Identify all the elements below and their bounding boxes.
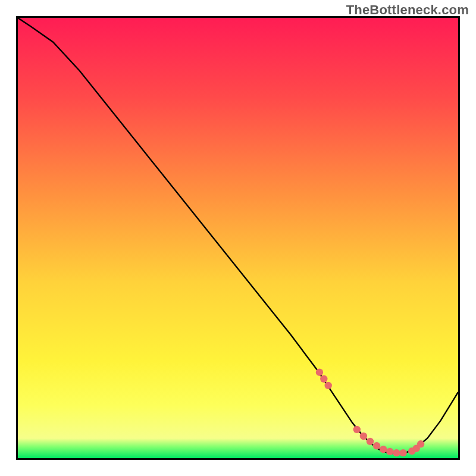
curve-marker (393, 449, 400, 456)
curve-marker (320, 375, 327, 383)
curve-marker (325, 382, 332, 389)
curve-marker (316, 369, 323, 376)
curve-marker (367, 438, 374, 445)
curve-marker (373, 442, 380, 449)
gradient-background (18, 18, 458, 458)
curve-marker (386, 448, 393, 455)
curve-marker (417, 440, 424, 447)
chart-svg (18, 18, 458, 458)
curve-marker (353, 426, 361, 433)
curve-marker (380, 446, 387, 453)
chart-frame: TheBottleneck.com (0, 0, 476, 476)
plot-area (16, 16, 460, 460)
curve-marker (360, 433, 367, 440)
curve-marker (399, 449, 406, 456)
